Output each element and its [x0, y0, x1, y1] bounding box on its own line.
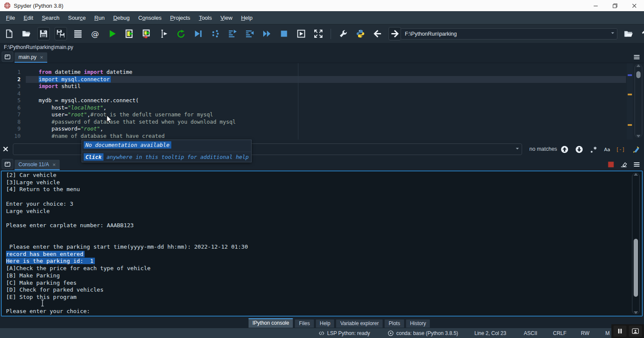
clear-console-icon[interactable] — [620, 161, 627, 168]
editor-tab-main-py[interactable]: main.py × — [15, 52, 47, 63]
console-tab-close-icon[interactable]: × — [52, 162, 56, 167]
documentation-tooltip[interactable]: No documentation available Click anywher… — [82, 140, 252, 162]
preferences-button[interactable] — [337, 27, 349, 40]
parent-directory-button[interactable] — [639, 27, 644, 40]
scrollbar-down-icon[interactable] — [634, 311, 638, 314]
whole-words-toggle-icon[interactable]: [-] — [616, 145, 625, 154]
scroll-flag-warning[interactable] — [628, 94, 632, 95]
panel-tab-help[interactable]: Help — [316, 319, 335, 328]
code-line[interactable]: host="localhost", — [39, 104, 106, 112]
menu-item-tools[interactable]: Tools — [194, 12, 216, 23]
code-line[interactable]: from datetime import datetime — [39, 69, 132, 76]
run-cell-button[interactable] — [124, 27, 135, 40]
menu-item-projects[interactable]: Projects — [166, 12, 194, 23]
find-previous-button[interactable] — [560, 145, 569, 154]
code-line[interactable]: import mysql.connector — [39, 76, 111, 83]
working-directory-input[interactable] — [401, 28, 617, 40]
console-line: Please enter your choice: — [6, 308, 94, 315]
run-selection-button[interactable] — [158, 27, 170, 40]
ipython-console[interactable]: [2] Car vehicle[3]Large vehicle[4] Retur… — [1, 171, 643, 317]
editor-scrollbar-thumb[interactable] — [636, 71, 641, 78]
menu-item-run[interactable]: Run — [90, 12, 109, 23]
step-over-button[interactable] — [227, 27, 238, 40]
panel-tab-ipython-console[interactable]: IPython console — [248, 318, 293, 328]
scrollbar-up-icon[interactable] — [636, 64, 641, 67]
picture-in-picture-overlay-button[interactable] — [629, 326, 642, 337]
regex-toggle-icon[interactable] — [589, 145, 598, 154]
code-line[interactable]: user="root",#root is the defult username… — [39, 111, 213, 119]
panel-tab-variable-explorer[interactable]: Variable explorer — [336, 319, 383, 328]
back-button[interactable] — [372, 27, 383, 40]
console-tabbar-actions — [608, 161, 640, 168]
run-cell-advance-button[interactable] — [141, 27, 152, 40]
fullscreen-button[interactable] — [313, 27, 324, 40]
scroll-flag-selection[interactable] — [628, 74, 632, 76]
menu-item-search[interactable]: Search — [37, 12, 64, 23]
console-options-menu-icon[interactable] — [633, 161, 640, 168]
console-line: [A]Check the price for each type of vehi… — [6, 265, 151, 272]
save-all-button[interactable] — [55, 27, 67, 40]
open-file-button[interactable] — [21, 27, 32, 40]
step-into-button[interactable] — [244, 27, 255, 40]
editor-tab-close-icon[interactable]: × — [40, 55, 43, 60]
pause-overlay-button[interactable] — [614, 326, 626, 337]
code-line[interactable]: password="root", — [39, 125, 103, 133]
file-switcher-button[interactable] — [72, 27, 84, 40]
pythonpath-manager-button[interactable] — [355, 27, 366, 40]
editor-browse-tabs-button[interactable] — [2, 52, 13, 62]
browse-working-dir-button[interactable] — [623, 27, 634, 40]
max-line-indicator — [298, 63, 298, 140]
new-file-button[interactable] — [3, 27, 15, 40]
panel-tab-files[interactable]: Files — [295, 319, 314, 328]
console-line: Please enter carplate number: AAABB123 — [6, 222, 134, 229]
code-line[interactable]: import shutil — [39, 83, 81, 90]
code-editor[interactable]: 12345678910 from datetime import datetim… — [0, 63, 644, 140]
console-browse-tabs-button[interactable] — [2, 159, 13, 169]
menu-item-view[interactable]: View — [216, 12, 237, 23]
highlight-matches-icon[interactable] — [632, 145, 641, 154]
panel-tab-history[interactable]: History — [406, 319, 430, 328]
scrollbar-down-icon[interactable] — [636, 135, 641, 137]
console-scrollbar[interactable] — [632, 173, 640, 314]
code-line[interactable]: mydb = mysql.connector.connect( — [39, 97, 139, 104]
editor-scrollbar[interactable] — [635, 64, 642, 137]
menu-item-help[interactable]: Help — [237, 12, 257, 23]
save-button[interactable] — [38, 27, 49, 40]
console-tab[interactable]: Console 11/A × — [15, 160, 60, 170]
debug-cell-button[interactable] — [210, 27, 221, 40]
restore-button[interactable] — [605, 0, 625, 11]
title-bar: Spyder (Python 3.8) — [0, 0, 644, 11]
case-sensitive-toggle-icon[interactable]: Aa — [603, 145, 611, 154]
working-directory-dropdown-icon[interactable] — [610, 30, 617, 37]
menu-item-edit[interactable]: Edit — [19, 12, 37, 23]
rerun-cell-button[interactable] — [175, 27, 187, 40]
inspect-object-button[interactable]: @ — [89, 27, 101, 40]
editor-tab-bar: main.py × — [0, 52, 644, 63]
find-close-icon[interactable] — [3, 146, 9, 153]
menu-item-debug[interactable]: Debug — [109, 12, 134, 23]
run-file-button[interactable] — [106, 27, 118, 40]
find-next-button[interactable] — [575, 145, 583, 154]
scrollbar-up-icon[interactable] — [634, 173, 638, 176]
menu-item-consoles[interactable]: Consoles — [134, 12, 166, 23]
debug-file-button[interactable] — [192, 27, 204, 40]
minimize-button[interactable] — [586, 0, 605, 11]
close-button[interactable] — [625, 0, 644, 11]
code-line[interactable]: #password of database that setted when y… — [39, 119, 236, 126]
stop-debug-button[interactable] — [278, 27, 290, 40]
maximize-pane-button[interactable] — [295, 27, 307, 40]
continue-execution-button[interactable] — [261, 27, 273, 40]
menu-item-source[interactable]: Source — [64, 12, 90, 23]
panel-tab-plots[interactable]: Plots — [384, 319, 404, 328]
find-history-dropdown-icon[interactable] — [514, 146, 521, 152]
interpreter-status[interactable]: conda: base (Python 3.8.5) — [388, 328, 458, 338]
console-output: [2] Car vehicle[3]Large vehicle[4] Retur… — [2, 171, 642, 316]
forward-button[interactable] — [389, 27, 401, 40]
code-line[interactable]: #name of database that have created — [39, 133, 165, 140]
interrupt-kernel-icon[interactable] — [608, 161, 614, 168]
console-scrollbar-thumb[interactable] — [634, 239, 638, 297]
console-line: [D] Check for parked vehicles — [6, 286, 103, 294]
editor-options-menu-icon[interactable] — [633, 54, 640, 61]
scroll-flag-warning[interactable] — [628, 124, 632, 126]
menu-item-file[interactable]: File — [2, 12, 19, 23]
